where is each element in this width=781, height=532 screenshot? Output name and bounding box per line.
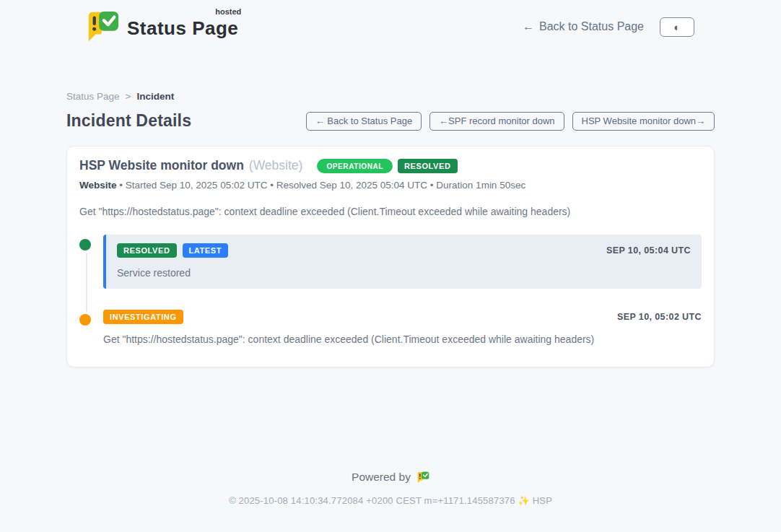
- theme-toggle-button[interactable]: ◐: [660, 17, 694, 37]
- bullet-separator: •: [119, 180, 123, 191]
- incident-title: HSP Website monitor down: [79, 158, 244, 173]
- timeline-timestamp: SEP 10, 05:04 UTC: [606, 245, 691, 256]
- timeline-dot-green: [79, 239, 91, 250]
- operational-badge: OPERATIONAL: [317, 159, 393, 173]
- timeline-message: Service restored: [117, 267, 691, 279]
- header-back-link-label: Back to Status Page: [539, 20, 644, 33]
- bullet-separator: •: [430, 180, 434, 191]
- timeline-entry-investigating: INVESTIGATING SEP 10, 05:02 UTC Get "htt…: [79, 310, 702, 345]
- timeline-dot-orange: [79, 314, 91, 326]
- timeline-entry-card: RESOLVED LATEST SEP 10, 05:04 UTC Servic…: [103, 235, 702, 289]
- timeline-entry-head: RESOLVED LATEST SEP 10, 05:04 UTC: [117, 243, 691, 258]
- contrast-icon: ◐: [673, 21, 680, 33]
- timeline-entry-head: INVESTIGATING SEP 10, 05:02 UTC: [103, 310, 702, 324]
- resolved-badge: RESOLVED: [398, 159, 458, 173]
- breadcrumb-incident: Incident: [136, 91, 174, 102]
- bullet-separator: •: [270, 180, 274, 191]
- breadcrumb-status-page[interactable]: Status Page: [66, 91, 120, 102]
- arrow-left-icon: ←: [439, 115, 448, 126]
- breadcrumb: Status Page > Incident: [66, 91, 715, 102]
- title-row: Incident Details ← Back to Status Page ←…: [66, 111, 715, 131]
- incident-description: Get "https://hostedstatus.page": context…: [79, 206, 702, 217]
- header-right: ←Back to Status Page ◐: [523, 17, 694, 37]
- latest-badge: LATEST: [183, 243, 229, 258]
- prev-incident-button[interactable]: ←SPF record monitor down: [429, 112, 564, 131]
- brand-name: Status Page: [127, 17, 238, 39]
- arrow-left-icon: ←: [523, 20, 534, 33]
- page-title: Incident Details: [66, 111, 191, 131]
- powered-by-label: Powered by: [352, 471, 411, 484]
- breadcrumb-separator: >: [126, 91, 131, 102]
- incident-meta: Website • Started Sep 10, 2025 05:02 UTC…: [79, 180, 702, 191]
- statuspage-logo: Status Page hosted: [85, 10, 238, 43]
- powered-by: Powered by: [0, 471, 781, 484]
- timeline-entry-resolved: RESOLVED LATEST SEP 10, 05:04 UTC Servic…: [79, 235, 702, 289]
- copyright-text: © 2025-10-08 14:10:34.772084 +0200 CEST …: [0, 495, 781, 506]
- statuspage-logo-icon-small[interactable]: [416, 471, 429, 484]
- meta-started: Started Sep 10, 2025 05:02 UTC: [126, 180, 268, 191]
- header-back-link[interactable]: ←Back to Status Page: [523, 20, 644, 33]
- investigating-badge: INVESTIGATING: [103, 310, 183, 324]
- timeline-timestamp: SEP 10, 05:02 UTC: [617, 312, 702, 322]
- arrow-left-icon: ←: [315, 115, 325, 126]
- timeline-badges: RESOLVED LATEST: [117, 243, 228, 258]
- incident-title-row: HSP Website monitor down (Website) OPERA…: [79, 158, 702, 173]
- timeline-badges: INVESTIGATING: [103, 310, 183, 324]
- incident-component: (Website): [249, 158, 303, 173]
- footer: Powered by © 2025-10-08 14:10:34.772084 …: [0, 471, 781, 506]
- meta-component: Website: [79, 180, 117, 191]
- header: Status Page hosted ←Back to Status Page …: [0, 0, 781, 43]
- next-incident-button[interactable]: HSP Website monitor down→: [572, 112, 715, 131]
- timeline-message: Get "https://hostedstatus.page": context…: [103, 333, 702, 345]
- main-content: Status Page > Incident Incident Details …: [66, 91, 715, 367]
- logo-text: Status Page hosted: [127, 10, 238, 40]
- brand-superscript: hosted: [215, 7, 241, 16]
- meta-duration: Duration 1min 50sec: [436, 180, 525, 191]
- timeline-entry-body: INVESTIGATING SEP 10, 05:02 UTC Get "htt…: [103, 310, 702, 345]
- incident-timeline: RESOLVED LATEST SEP 10, 05:04 UTC Servic…: [79, 235, 702, 345]
- arrow-right-icon: →: [696, 115, 705, 126]
- resolved-badge: RESOLVED: [117, 243, 177, 258]
- back-to-status-page-button[interactable]: ← Back to Status Page: [306, 112, 422, 131]
- statuspage-logo-icon: [85, 10, 120, 43]
- meta-resolved: Resolved Sep 10, 2025 05:04 UTC: [276, 180, 427, 191]
- incident-card: HSP Website monitor down (Website) OPERA…: [66, 146, 715, 367]
- incident-nav-buttons: ← Back to Status Page ←SPF record monito…: [306, 112, 715, 131]
